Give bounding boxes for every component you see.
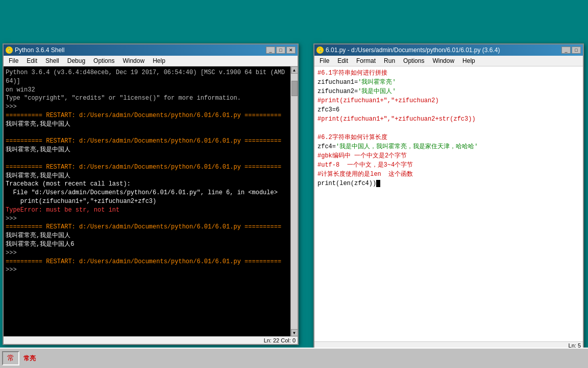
taskbar-text: 常亮 [23,354,36,363]
shell-line: ========== RESTART: d:/Users/admin/Docum… [6,163,288,172]
shell-line: ========== RESTART: d:/Users/admin/Docum… [6,111,288,120]
editor-menu-edit[interactable]: Edit [333,56,352,65]
menu-debug[interactable]: Debug [63,56,89,65]
code-line: print(len(zfc4)) [317,179,580,188]
shell-line: TypeError: must be str, not int [6,206,288,215]
taskbar-item[interactable]: 常 [2,351,19,365]
shell-line: ========== RESTART: d:/Users/admin/Docum… [6,223,288,232]
shell-controls[interactable]: _ □ ✕ [266,47,296,54]
shell-status: Ln: 22 Col: 0 [264,337,296,343]
code-line: zifuchuan1='我叫霍常亮' [317,78,580,87]
shell-title-bar: 🐍 Python 3.6.4 Shell _ □ ✕ [4,44,298,56]
maximize-button[interactable]: □ [276,47,285,54]
python-editor-icon: 🐍 [316,47,324,54]
shell-line: ========== RESTART: d:/Users/admin/Docum… [6,258,288,266]
code-line [317,124,580,133]
code-line: zfc3=6 [317,105,580,114]
editor-maximize-button[interactable]: □ [572,47,581,54]
editor-menu-format[interactable]: Format [352,56,380,65]
code-line: #计算长度使用的是len 这个函数 [317,170,580,179]
editor-title: 6.01.py - d:/Users/admin/Documents/pytho… [326,47,500,54]
close-button[interactable]: ✕ [286,47,296,54]
menu-file[interactable]: File [5,56,22,65]
code-line: #utf-8 一个中文，是3~4个字节 [317,160,580,170]
shell-line: ========== RESTART: d:/Users/admin/Docum… [6,137,288,146]
shell-line: Traceback (most recent call last): [6,180,288,189]
editor-menu-run[interactable]: Run [380,56,399,65]
shell-title: Python 3.6.4 Shell [15,47,64,54]
shell-line: >>> [6,249,288,258]
shell-line: Python 3.6.4 (v3.6.4:d48eceb, Dec 19 201… [6,68,288,86]
code-line: #print(zifuchuan1+","+zifuchuan2+str(zfc… [317,114,580,124]
code-line: #gbk编码中 一个中文是2个字节 [317,151,580,160]
shell-line: 我叫霍常亮,我是中国人 [6,146,288,154]
shell-line: 我叫霍常亮,我是中国人6 [6,240,288,249]
scroll-down[interactable]: ▼ [291,329,298,336]
code-line: #6.2字符串如何计算长度 [317,133,580,142]
shell-line: 我叫霍常亮,我是中国人 [6,232,288,240]
shell-line [6,129,288,137]
code-line: #print(zifuchuan1+","+zifuchuan2) [317,96,580,105]
shell-body: Python 3.6.4 (v3.6.4:d48eceb, Dec 19 201… [4,66,298,336]
menu-shell[interactable]: Shell [41,56,63,65]
editor-title-bar: 🐍 6.01.py - d:/Users/admin/Documents/pyt… [314,44,583,56]
editor-menu-bar: File Edit Format Run Options Window Help [314,56,583,66]
shell-line: 我叫霍常亮,我是中国人 [6,172,288,180]
editor-controls[interactable]: _ □ [561,47,581,54]
shell-line: Type "copyright", "credits" or "license(… [6,94,288,103]
shell-line: print(zifuchuan1+","+zifuchuan2+zfc3) [6,197,288,206]
editor-menu-file[interactable]: File [315,56,333,65]
code-line: zfc4='我是中国人，我叫霍常亮，我是家住天津，哈哈哈' [317,142,580,151]
editor-menu-options[interactable]: Options [399,56,428,65]
shell-line: File "d:/Users/admin/Documents/python/6.… [6,189,288,197]
shell-window: 🐍 Python 3.6.4 Shell _ □ ✕ File Edit She… [3,43,299,345]
shell-line: >>> [6,215,288,223]
menu-edit[interactable]: Edit [22,56,41,65]
scroll-thumb[interactable] [291,81,298,96]
shell-line: 我叫霍常亮,我是中国人 [6,120,288,129]
shell-line: >>> [6,103,288,111]
shell-line: >>> [6,266,288,274]
shell-menu-bar: File Edit Shell Debug Options Window Hel… [4,56,298,66]
menu-options[interactable]: Options [89,56,118,65]
menu-help[interactable]: Help [149,56,169,65]
editor-minimize-button[interactable]: _ [561,47,571,54]
editor-menu-help[interactable]: Help [458,56,479,65]
shell-status-bar: Ln: 22 Col: 0 [4,336,298,344]
shell-scrollbar[interactable]: ▲ ▼ [290,66,298,336]
text-cursor [376,180,380,187]
code-line: zifuchuan2='我是中国人' [317,87,580,96]
shell-content[interactable]: Python 3.6.4 (v3.6.4:d48eceb, Dec 19 201… [4,66,290,336]
shell-line: on win32 [6,86,288,95]
editor-menu-window[interactable]: Window [428,56,458,65]
taskbar: 常 常亮 [0,348,588,368]
python-icon: 🐍 [6,47,13,54]
shell-line [6,154,288,163]
scroll-up[interactable]: ▲ [291,66,298,74]
editor-window: 🐍 6.01.py - d:/Users/admin/Documents/pyt… [313,43,584,350]
minimize-button[interactable]: _ [266,47,275,54]
editor-content[interactable]: #6.1字符串如何进行拼接 zifuchuan1='我叫霍常亮' zifuchu… [314,66,583,341]
menu-window[interactable]: Window [118,56,149,65]
code-line: #6.1字符串如何进行拼接 [317,68,580,78]
